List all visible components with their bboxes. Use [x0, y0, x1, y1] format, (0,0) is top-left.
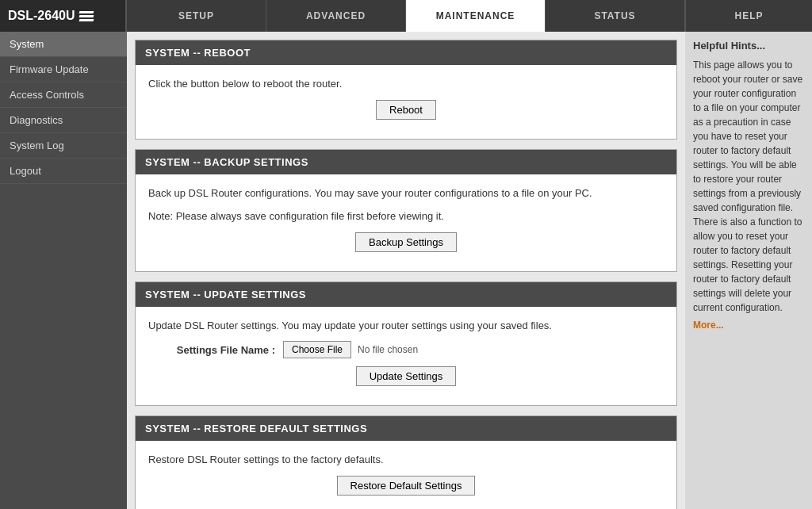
- reboot-section-title: SYSTEM -- REBOOT: [136, 40, 676, 65]
- sidebar-item-diagnostics[interactable]: Diagnostics: [0, 108, 127, 133]
- settings-file-label: Settings File Name :: [148, 344, 275, 356]
- update-description: Update DSL Router settings. You may upda…: [148, 318, 664, 334]
- reboot-section: SYSTEM -- REBOOT Click the button below …: [135, 40, 677, 140]
- nav-setup[interactable]: SETUP: [127, 0, 266, 32]
- nav-advanced[interactable]: ADVANCED: [266, 0, 406, 32]
- main-nav: SETUP ADVANCED MAINTENANCE STATUS: [127, 0, 685, 32]
- no-file-text: No file chosen: [358, 344, 418, 355]
- help-panel: Helpful Hints... This page allows you to…: [685, 32, 812, 509]
- restore-section: SYSTEM -- RESTORE DEFAULT SETTINGS Resto…: [135, 415, 677, 509]
- settings-file-row: Settings File Name : Choose File No file…: [148, 341, 664, 358]
- backup-button[interactable]: Backup Settings: [355, 232, 457, 252]
- sidebar: System Firmware Update Access Controls D…: [0, 32, 127, 509]
- update-section: SYSTEM -- UPDATE SETTINGS Update DSL Rou…: [135, 281, 677, 407]
- restore-description: Restore DSL Router settings to the facto…: [148, 452, 664, 468]
- sidebar-item-firmware-update[interactable]: Firmware Update: [0, 57, 127, 82]
- backup-description: Back up DSL Router configurations. You m…: [148, 186, 664, 201]
- restore-section-title: SYSTEM -- RESTORE DEFAULT SETTINGS: [136, 416, 676, 441]
- restore-button[interactable]: Restore Default Settings: [337, 476, 476, 496]
- reboot-description: Click the button below to reboot the rou…: [148, 76, 664, 92]
- reboot-button[interactable]: Reboot: [376, 100, 436, 120]
- main-content: SYSTEM -- REBOOT Click the button below …: [127, 32, 685, 509]
- help-title: Helpful Hints...: [693, 40, 804, 52]
- logo-text: DSL-2640U: [8, 9, 75, 23]
- nav-status[interactable]: STATUS: [546, 0, 685, 32]
- nav-maintenance[interactable]: MAINTENANCE: [406, 0, 546, 32]
- choose-file-button[interactable]: Choose File: [283, 341, 351, 358]
- backup-section: SYSTEM -- BACKUP SETTINGS Back up DSL Ro…: [135, 149, 677, 272]
- update-section-title: SYSTEM -- UPDATE SETTINGS: [136, 282, 676, 307]
- logo: DSL-2640U: [0, 0, 127, 32]
- help-text: This page allows you to reboot your rout…: [693, 58, 804, 315]
- more-link[interactable]: More...: [693, 320, 724, 331]
- sidebar-item-system-log[interactable]: System Log: [0, 133, 127, 159]
- sidebar-item-access-controls[interactable]: Access Controls: [0, 82, 127, 108]
- sidebar-item-logout[interactable]: Logout: [0, 159, 127, 184]
- backup-section-title: SYSTEM -- BACKUP SETTINGS: [136, 150, 676, 174]
- logo-decoration: [79, 11, 94, 21]
- backup-note: Note: Please always save configuration f…: [148, 209, 664, 224]
- nav-help[interactable]: HELP: [685, 0, 812, 32]
- update-settings-button[interactable]: Update Settings: [356, 366, 457, 386]
- sidebar-item-system[interactable]: System: [0, 32, 127, 57]
